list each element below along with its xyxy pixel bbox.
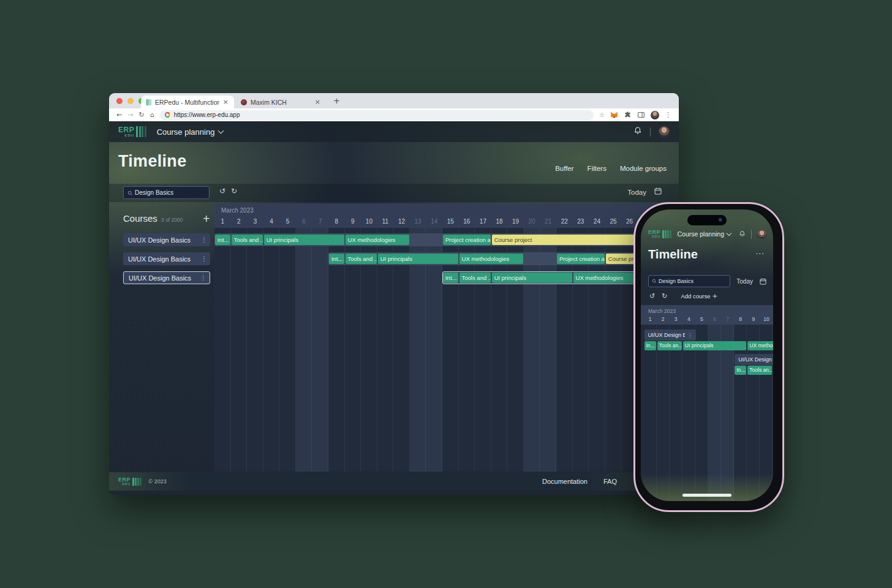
gantt-bar-module[interactable]: Tools and ... [459,273,491,283]
gantt-bar-module[interactable]: UI principals [378,254,458,264]
gantt-bar-module[interactable]: In... [644,341,656,350]
day-label: 2 [657,316,670,322]
day-label: 10 [760,316,773,322]
gantt-bar-module[interactable]: Tools and ... [346,254,377,264]
home-indicator[interactable] [682,494,731,497]
today-button[interactable]: Today [627,189,646,196]
module-switcher[interactable]: Course planning [157,127,224,137]
bookmark-star-icon[interactable]: ☆ [599,111,605,118]
url-text: https://www.erp-edu.app [174,111,240,118]
day-label: 10 [361,218,377,225]
filters-link[interactable]: Filters [588,165,607,172]
gantt-bar-module[interactable]: Int... [443,273,458,283]
add-course-button[interactable]: + [202,213,210,224]
gantt-bar-module[interactable]: UX methodologies [346,235,409,245]
side-panel-icon[interactable] [637,111,645,119]
module-switcher[interactable]: Course planning [678,230,731,238]
minimize-window-button[interactable] [127,98,134,104]
gantt-bar-module[interactable]: UX methodologies [573,273,637,283]
close-window-button[interactable] [116,98,123,104]
notifications-bell-icon[interactable] [739,228,746,239]
back-icon[interactable]: ← [116,111,122,119]
grid-column [747,325,760,501]
grid-column [760,325,773,501]
buffer-link[interactable]: Buffer [555,165,573,172]
reload-icon[interactable]: ↻ [138,111,144,119]
more-options-icon[interactable]: ··· [756,250,765,258]
notifications-bell-icon[interactable] [633,126,642,137]
gantt-bar-module[interactable]: UI principals [264,235,344,245]
course-chip[interactable]: UI/UX Design Basics⋮ [644,330,696,341]
tab-maxim-kich[interactable]: Maxim KICH × [235,96,326,108]
day-label: 4 [263,218,280,225]
user-avatar[interactable] [757,230,766,239]
add-course-button[interactable]: Add course + [681,292,717,300]
erpedu-logo: ERPEDU [118,477,142,486]
browser-profile-avatar[interactable] [651,111,659,119]
gantt-bar-module[interactable]: UI principals [683,341,747,350]
forward-icon[interactable]: → [127,111,133,119]
kebab-icon[interactable]: ⋮ [200,274,206,281]
home-icon[interactable]: ⌂ [150,111,154,119]
tab-strip: ERPedu - Multifunctional edu × Maxim KIC… [109,93,679,108]
undo-icon[interactable]: ↺ [219,187,225,195]
extensions-puzzle-icon[interactable] [624,111,632,119]
course-item[interactable]: UI/UX Design Basics⋮ [123,252,210,265]
gantt-bar-module[interactable]: Int... [329,254,344,264]
course-search[interactable] [648,275,730,287]
timeline-grid: UI/UX Design Basics⋮In...Tools an...UI p… [641,325,773,501]
gantt-bar-module[interactable]: UX methodologies [747,341,773,350]
user-avatar[interactable] [659,126,670,137]
grid-column [279,228,296,472]
documentation-link[interactable]: Documentation [542,478,588,485]
tab-close-icon[interactable]: × [315,98,320,106]
search-input[interactable] [659,276,727,287]
grid-column [670,325,682,501]
logo-bars-icon [132,478,142,486]
day-label: 14 [426,218,442,225]
faq-link[interactable]: FAQ [603,478,617,485]
grid-column [214,228,231,472]
day-label: 12 [393,218,410,225]
gantt-bar-module[interactable]: Tools an... [747,366,772,375]
day-label: 7 [312,218,328,225]
gantt-bar-module[interactable]: UI principals [492,273,572,283]
course-chip[interactable]: UI/UX Design Basics⋮ [735,354,773,365]
gantt-bar-module[interactable]: Tools and ... [232,235,263,245]
gantt-bar-module[interactable]: UX methodologies [459,254,523,264]
new-tab-button[interactable]: + [333,96,340,105]
gantt-bar-module[interactable]: Int... [215,235,230,245]
calendar-icon[interactable] [759,277,767,285]
gantt-bar-module[interactable]: Project creation a... [557,254,605,264]
course-item[interactable]: UI/UX Design Basics⋮ [123,271,210,284]
redo-icon[interactable]: ↻ [662,292,667,300]
browser-menu-kebab-icon[interactable]: ⋮ [665,111,671,119]
gantt-bar-module[interactable]: In... [735,366,746,375]
kebab-icon[interactable]: ⋮ [201,236,207,243]
module-groups-link[interactable]: Module groups [620,165,667,172]
kebab-icon[interactable]: ⋮ [201,255,207,262]
course-item[interactable]: UI/UX Design Basics⋮ [123,233,210,246]
divider [751,230,752,239]
grid-column [708,325,721,501]
erpedu-logo: ERPEDU [648,230,671,238]
course-search[interactable] [123,186,210,199]
url-field[interactable]: https://www.erp-edu.app [160,110,594,120]
undo-icon[interactable]: ↺ [649,292,655,300]
gantt-bar-module[interactable]: Tools an... [657,341,682,350]
metamask-icon[interactable] [610,111,618,119]
tab-erpedu[interactable]: ERPedu - Multifunctional edu × [141,96,234,108]
calendar-icon[interactable] [654,187,662,198]
dynamic-island [687,215,727,225]
courses-heading: Courses [123,213,157,224]
timeline-month-header: March 2023 12345678910111213141516171819… [214,203,670,228]
day-label: 18 [491,218,508,225]
today-button[interactable]: Today [736,278,753,285]
redo-icon[interactable]: ↻ [231,187,237,195]
course-item-label: UI/UX Design Basics [128,236,201,244]
kebab-icon[interactable]: ⋮ [687,332,693,338]
gantt-bar-module[interactable]: Project creation a... [443,235,491,245]
day-label: 1 [214,218,231,225]
tab-close-icon[interactable]: × [223,98,229,106]
search-input[interactable] [135,187,207,198]
